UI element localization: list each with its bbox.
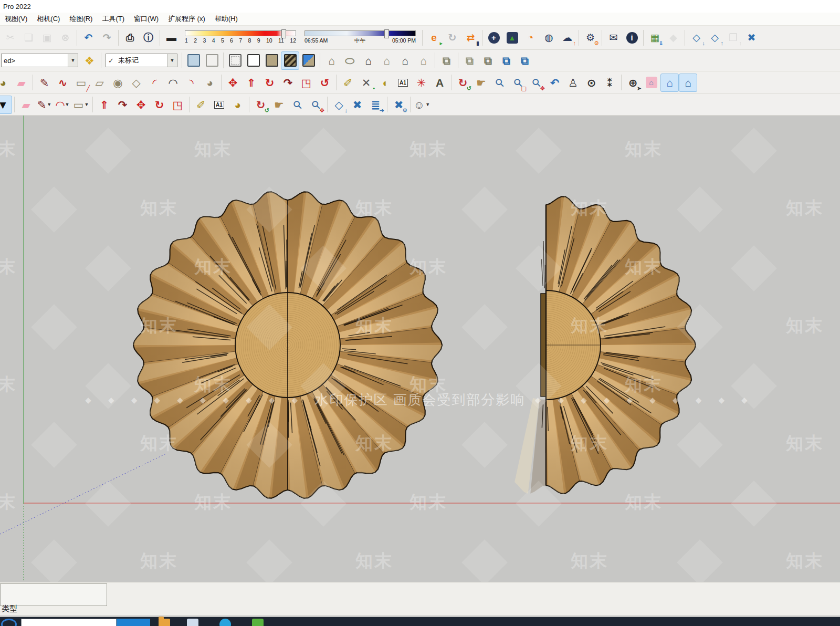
copy-icon[interactable]: ❏	[19, 28, 38, 47]
3d-text-tool-icon[interactable]: A	[430, 74, 449, 92]
arc-tool-icon[interactable]: ◜	[145, 74, 164, 92]
enscape-feedback-icon[interactable]: ✉	[604, 28, 623, 47]
extension-x-icon[interactable]: ✖	[348, 96, 366, 114]
menu-item-tools[interactable]: 工具(T)	[97, 13, 129, 25]
three-point-arc-tool-icon[interactable]: ◝	[182, 74, 201, 92]
scale-tool-icon[interactable]: ◳	[297, 74, 316, 92]
orbit-tool-icon[interactable]: ↻↺	[454, 74, 472, 92]
display-sections-toggle-icon[interactable]: ⌂	[660, 74, 679, 92]
warehouse-upload-icon[interactable]: ◇↑	[706, 28, 724, 47]
account-icon[interactable]: ☺▼	[413, 96, 431, 114]
month-slider-handle[interactable]	[281, 29, 286, 38]
look-around-tool-icon[interactable]: ⊙	[582, 74, 601, 92]
taskbar-file-explorer[interactable]	[159, 619, 170, 626]
line-tool-2-icon[interactable]: ✎▼	[35, 96, 54, 114]
redo-icon[interactable]: ↷	[98, 28, 116, 47]
shadow-month-slider[interactable]: 123456789101112	[185, 30, 296, 44]
print-icon[interactable]: ⎙	[121, 28, 139, 47]
section-plane-icon[interactable]: ⌂	[642, 74, 660, 92]
chevron-down-icon[interactable]: ▼	[68, 54, 78, 67]
walk-tool-icon[interactable]: ⁑	[601, 74, 619, 92]
style-monochrome-icon[interactable]	[299, 51, 318, 70]
paint-bucket-icon[interactable]: ◕	[228, 96, 247, 114]
style-wireframe-icon[interactable]	[226, 51, 244, 70]
taskbar-active-task[interactable]	[117, 619, 150, 626]
orbit-2-icon[interactable]: ↻↺	[251, 96, 270, 114]
section-fill-toggle-icon[interactable]: ⌂	[679, 74, 697, 92]
style-shaded-textures-icon[interactable]	[281, 51, 299, 70]
menu-item-draw[interactable]: 绘图(R)	[65, 13, 97, 25]
pan-tool-icon[interactable]: ☛	[472, 74, 490, 92]
view-back-icon[interactable]: ⌂	[377, 51, 396, 70]
taskbar-skype-app[interactable]	[219, 619, 231, 626]
display-section-cuts-icon[interactable]: ⧉	[479, 51, 497, 70]
enscape-settings-icon[interactable]: ⚙⚙	[581, 28, 600, 47]
rectangle-tool-icon[interactable]: ▭╱	[72, 74, 90, 92]
style-back-edges-icon[interactable]	[203, 51, 221, 70]
taskbar-wechat-app[interactable]	[252, 619, 264, 626]
model-share-icon[interactable]: ❒↑	[724, 28, 742, 47]
warehouse-download-2-icon[interactable]: ◇↓	[330, 96, 348, 114]
rectangle-tool-2-icon[interactable]: ▭▼	[72, 96, 90, 114]
display-section-fill-icon[interactable]: ⧉	[497, 51, 516, 70]
style-hidden-line-icon[interactable]	[244, 51, 262, 70]
enscape-about-icon[interactable]: i	[623, 28, 641, 47]
style-shaded-icon[interactable]	[262, 51, 281, 70]
enscape-camera-sync-icon[interactable]: ⇄▮	[461, 28, 480, 47]
axes-tool-icon[interactable]: ✳	[412, 74, 430, 92]
offset-tool-icon[interactable]: ↺	[316, 74, 334, 92]
follow-me-2-icon[interactable]: ↷	[113, 96, 132, 114]
layers-export-icon[interactable]: ≣➔	[366, 96, 385, 114]
eraser-2-icon[interactable]: ▰	[17, 96, 35, 114]
taskbar-pinned-app-1[interactable]	[1, 619, 17, 626]
model-canvas[interactable]	[0, 116, 840, 582]
cut-icon[interactable]: ✂	[1, 28, 19, 47]
zoom-2-icon[interactable]: ⚲	[288, 96, 307, 114]
push-pull-tool-icon[interactable]: ⇑	[242, 74, 260, 92]
scale-2-icon[interactable]: ◳	[169, 96, 187, 114]
menu-item-camera[interactable]: 相机(C)	[32, 13, 65, 25]
layers-dropdown[interactable]: ed>▼	[1, 54, 78, 67]
rotate-tool-icon[interactable]: ↻	[260, 74, 279, 92]
model-info-icon[interactable]: ⓘ	[139, 28, 158, 47]
circle-tool-icon[interactable]: ◉	[109, 74, 127, 92]
protractor-tool-icon[interactable]: ◖	[375, 74, 394, 92]
menu-item-extensions[interactable]: 扩展程序 (x)	[163, 13, 210, 25]
rotated-rectangle-tool-icon[interactable]: ▱	[90, 74, 109, 92]
select-tool-dropdown-icon[interactable]: ▼	[0, 96, 12, 114]
view-iso-icon[interactable]: ⌂	[322, 51, 341, 70]
menu-item-window[interactable]: 窗口(W)	[129, 13, 163, 25]
two-point-arc-tool-icon[interactable]: ◠	[164, 74, 182, 92]
previous-view-icon[interactable]: ↶	[545, 74, 564, 92]
undo-icon[interactable]: ↶	[79, 28, 98, 47]
viewport[interactable]: 知末知末知末知末知末知末知末知末知末知末知末知末知末知末知末知末知末知末知末知末…	[0, 116, 840, 582]
display-section-planes-icon[interactable]: ⧉	[460, 51, 479, 70]
polygon-tool-icon[interactable]: ◇	[127, 74, 145, 92]
arc-tool-2-icon[interactable]: ◠▼	[54, 96, 72, 114]
zoom-tool-icon[interactable]: ⚲	[490, 74, 509, 92]
move-2-icon[interactable]: ✥	[132, 96, 150, 114]
extension-settings-icon[interactable]: ✖⚙	[390, 96, 408, 114]
chevron-down-icon[interactable]: ▼	[84, 102, 89, 107]
rotate-2-icon[interactable]: ↻	[150, 96, 169, 114]
geo-location-icon[interactable]: ▦⇓	[646, 28, 664, 47]
position-camera-tool-icon[interactable]: ♙	[564, 74, 582, 92]
menu-item-view[interactable]: 视图(V)	[0, 13, 32, 25]
view-top-icon[interactable]: ⬭	[341, 51, 359, 70]
menu-item-help[interactable]: 帮助(H)	[210, 13, 243, 25]
dimension-tool-icon[interactable]: ✕•	[357, 74, 375, 92]
taskbar-search-box[interactable]	[21, 619, 117, 626]
eraser-icon[interactable]: ▰	[12, 74, 30, 92]
zoom-extents-tool-icon[interactable]: ⚲✥	[527, 74, 545, 92]
enscape-objects-icon[interactable]: +	[485, 28, 503, 47]
enscape-material-library-icon[interactable]: ◍	[540, 28, 558, 47]
enscape-vegetation-icon[interactable]: ▲	[503, 28, 521, 47]
tag-manager-icon[interactable]: ❖	[80, 51, 99, 70]
enscape-cloud-upload-icon[interactable]: ☁↑	[558, 28, 576, 47]
tape-measure-2-icon[interactable]: ✐	[192, 96, 210, 114]
zoom-extents-2-icon[interactable]: ⚲✥	[307, 96, 325, 114]
text-tool-2-icon[interactable]: A1	[210, 96, 228, 114]
pie-tool-icon[interactable]: ◕	[201, 74, 219, 92]
enscape-material-editor-icon[interactable]: ◔	[521, 28, 540, 47]
chevron-down-icon[interactable]: ▼	[47, 102, 51, 107]
